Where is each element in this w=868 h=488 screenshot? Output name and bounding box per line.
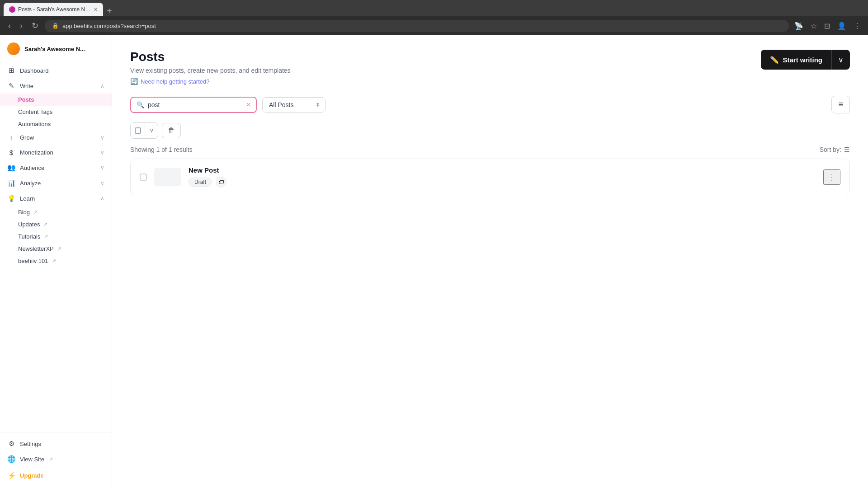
search-filter-row: 🔍 × All Posts Published Draft Archived ≡ xyxy=(130,96,850,113)
start-writing-dropdown-arrow[interactable]: ∨ xyxy=(832,50,850,70)
filter-wrap: All Posts Published Draft Archived xyxy=(262,97,326,113)
table-row: New Post Draft 🏷 ⋮ xyxy=(131,159,849,195)
page-header: Posts View existing posts, create new po… xyxy=(130,50,850,85)
sidebar-item-analyze[interactable]: 📊 Analyze ∨ xyxy=(0,175,112,191)
analyze-icon: 📊 xyxy=(7,179,15,187)
sidebar-item-content-tags[interactable]: Content Tags xyxy=(0,106,112,118)
active-tab[interactable]: Posts - Sarah's Awesome News... × xyxy=(4,3,103,16)
url-text: app.beehiiv.com/posts?search=post xyxy=(62,23,156,29)
start-writing-button[interactable]: ✏️ Start writing ∨ xyxy=(761,50,850,70)
help-link-text: Need help getting started? xyxy=(141,78,210,85)
audience-icon: 👥 xyxy=(7,164,15,172)
sidebar-label-write: Write xyxy=(20,83,33,89)
post-title[interactable]: New Post xyxy=(189,166,816,174)
tutorials-external-icon: ↗ xyxy=(44,234,48,239)
reload-button[interactable]: ↻ xyxy=(29,19,41,33)
extensions-button[interactable]: ⊡ xyxy=(822,20,832,32)
sidebar-item-monetization[interactable]: $ Monetization ∨ xyxy=(0,145,112,160)
monetization-icon: $ xyxy=(7,149,15,156)
post-status-badge: Draft xyxy=(189,178,212,187)
post-menu-button[interactable]: ⋮ xyxy=(823,169,840,185)
tab-title: Posts - Sarah's Awesome News... xyxy=(18,6,91,13)
cast-button[interactable]: 📡 xyxy=(793,20,805,32)
sidebar-item-blog[interactable]: Blog ↗ xyxy=(0,206,112,218)
post-tag-icon[interactable]: 🏷 xyxy=(216,177,226,188)
post-filter-select[interactable]: All Posts Published Draft Archived xyxy=(262,97,326,113)
sidebar-label-upgrade: Upgrade xyxy=(20,472,44,479)
settings-icon: ⚙ xyxy=(7,440,15,448)
sidebar-label-beehiiv101: beehiiv 101 xyxy=(18,258,48,264)
monetization-chevron: ∨ xyxy=(100,150,104,156)
posts-table: New Post Draft 🏷 ⋮ xyxy=(130,159,850,195)
write-chevron: ∧ xyxy=(100,83,104,89)
bulk-chevron[interactable]: ∨ xyxy=(145,123,158,138)
address-bar-row: ‹ › ↻ 🔒 app.beehiiv.com/posts?search=pos… xyxy=(0,16,868,35)
sidebar-label-blog: Blog xyxy=(18,209,30,216)
page-title: Posts xyxy=(130,50,291,64)
search-input[interactable] xyxy=(148,101,243,108)
sidebar-item-grow[interactable]: ↑ Grow ∨ xyxy=(0,130,112,145)
profile-button[interactable]: 👤 xyxy=(835,20,848,32)
sidebar-label-posts: Posts xyxy=(18,96,34,103)
sidebar-item-write[interactable]: ✎ Write ∧ xyxy=(0,78,112,94)
learn-icon: 💡 xyxy=(7,194,15,202)
sidebar-scroll: ⊞ Dashboard ✎ Write ∧ Posts Content Tags… xyxy=(0,59,112,432)
sidebar-header: Sarah's Awesome N... xyxy=(0,35,112,59)
delete-button[interactable]: 🗑 xyxy=(162,123,181,138)
sidebar-item-newsletterxp[interactable]: NewsletterXP ↗ xyxy=(0,243,112,255)
post-tags: Draft 🏷 xyxy=(189,177,816,188)
start-writing-label: Start writing xyxy=(783,56,822,64)
sidebar-label-analyze: Analyze xyxy=(20,180,41,187)
tab-close-button[interactable]: × xyxy=(94,6,98,13)
sidebar-item-learn[interactable]: 💡 Learn ∧ xyxy=(0,191,112,206)
address-bar[interactable]: 🔒 app.beehiiv.com/posts?search=post xyxy=(45,20,789,32)
sidebar-label-monetization: Monetization xyxy=(20,149,53,156)
updates-external-icon: ↗ xyxy=(43,221,47,227)
sidebar-label-updates: Updates xyxy=(18,221,40,228)
sidebar-bottom: ⚙ Settings 🌐 View Site ↗ ⚡ Upgrade xyxy=(0,432,112,488)
menu-button[interactable]: ⋮ xyxy=(852,20,863,32)
audience-chevron: ∨ xyxy=(100,164,104,171)
tab-bar: Posts - Sarah's Awesome News... × + xyxy=(0,0,868,16)
sidebar-item-tutorials[interactable]: Tutorials ↗ xyxy=(0,230,112,243)
sidebar-item-beehiiv101[interactable]: beehiiv 101 ↗ xyxy=(0,255,112,267)
bookmark-button[interactable]: ☆ xyxy=(809,20,819,32)
write-icon: ✎ xyxy=(7,82,15,90)
view-site-external-icon: ↗ xyxy=(49,456,53,462)
sidebar-item-upgrade[interactable]: ⚡ Upgrade xyxy=(0,467,112,484)
post-row-checkbox[interactable] xyxy=(140,174,147,181)
new-tab-button[interactable]: + xyxy=(103,6,116,16)
start-writing-main: ✏️ Start writing xyxy=(761,50,831,70)
sidebar-label-tutorials: Tutorials xyxy=(18,233,40,240)
sort-icon: ☰ xyxy=(844,146,850,153)
sidebar-label-settings: Settings xyxy=(20,441,41,447)
search-clear-button[interactable]: × xyxy=(246,101,250,108)
forward-button[interactable]: › xyxy=(17,19,25,33)
app-container: Sarah's Awesome N... ⊞ Dashboard ✎ Write… xyxy=(0,35,868,488)
results-row: Showing 1 of 1 results Sort by: ☰ xyxy=(130,146,850,153)
filter-options-button[interactable]: ≡ xyxy=(831,96,850,113)
brand-name: Sarah's Awesome N... xyxy=(24,46,85,52)
post-info: New Post Draft 🏷 xyxy=(189,166,816,188)
sort-button[interactable]: ☰ xyxy=(844,146,850,153)
bulk-actions: ∨ 🗑 xyxy=(130,122,850,139)
sidebar-item-audience[interactable]: 👥 Audience ∨ xyxy=(0,160,112,175)
sidebar: Sarah's Awesome N... ⊞ Dashboard ✎ Write… xyxy=(0,35,112,488)
sidebar-label-automations: Automations xyxy=(18,121,51,127)
sidebar-label-newsletterxp: NewsletterXP xyxy=(18,245,54,252)
tab-favicon xyxy=(9,6,15,13)
sidebar-item-updates[interactable]: Updates ↗ xyxy=(0,218,112,230)
sidebar-item-posts[interactable]: Posts xyxy=(0,94,112,106)
help-link[interactable]: 🔄 Need help getting started? xyxy=(130,78,291,85)
sidebar-item-view-site[interactable]: 🌐 View Site ↗ xyxy=(0,451,112,467)
beehiiv101-external-icon: ↗ xyxy=(52,258,56,264)
sidebar-item-settings[interactable]: ⚙ Settings xyxy=(0,436,112,451)
sidebar-item-dashboard[interactable]: ⊞ Dashboard xyxy=(0,63,112,78)
bulk-checkbox[interactable] xyxy=(131,123,145,138)
sidebar-item-automations[interactable]: Automations xyxy=(0,118,112,130)
back-button[interactable]: ‹ xyxy=(5,19,14,33)
brand-logo xyxy=(7,42,20,55)
learn-chevron: ∧ xyxy=(100,195,104,202)
sidebar-label-view-site: View Site xyxy=(20,456,44,463)
analyze-chevron: ∨ xyxy=(100,180,104,186)
